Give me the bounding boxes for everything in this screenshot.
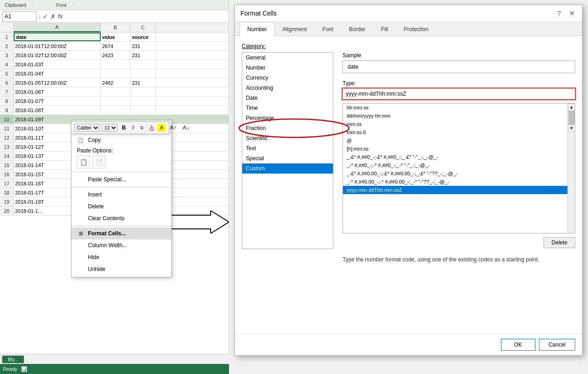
type-item[interactable]: @ bbox=[343, 136, 575, 145]
ctx-insert[interactable]: Insert bbox=[71, 189, 171, 201]
bold-button[interactable]: B bbox=[120, 124, 128, 132]
cat-currency[interactable]: Currency bbox=[242, 73, 333, 83]
checkmark-icon[interactable]: ✓ bbox=[43, 13, 48, 20]
col-header-a[interactable]: A bbox=[14, 23, 101, 32]
scrollbar-thumb[interactable] bbox=[568, 111, 575, 125]
ctx-paste-special[interactable]: Paste Special... bbox=[71, 173, 171, 185]
tab-protection[interactable]: Protection bbox=[396, 22, 436, 36]
cat-scientific[interactable]: Scientific bbox=[242, 133, 333, 143]
mini-size-select[interactable]: 11 bbox=[102, 124, 118, 132]
scrollbar-down-button[interactable]: ▼ bbox=[568, 125, 575, 132]
tab-fill[interactable]: Fill bbox=[373, 22, 396, 36]
sheet-tab[interactable]: My... bbox=[2, 355, 24, 363]
ctx-clear-contents[interactable]: Clear Contents bbox=[71, 212, 171, 224]
ctx-delete[interactable]: Delete bbox=[71, 201, 171, 212]
paste-btn-2[interactable]: 📄 bbox=[93, 156, 105, 168]
table-row[interactable]: 7 2018-01-06T bbox=[0, 87, 229, 97]
ctx-unhide[interactable]: Unhide bbox=[71, 263, 171, 275]
table-row[interactable]: 5 2018-01-04T bbox=[0, 69, 229, 78]
ok-button[interactable]: OK bbox=[501, 339, 535, 351]
italic-button[interactable]: I bbox=[130, 124, 136, 132]
align-button[interactable]: ≡ bbox=[138, 124, 146, 132]
type-item[interactable]: _-* #,##0_-;-* #,##0_-;_-* "-"_-;_-@_- bbox=[343, 161, 575, 169]
ctx-format-cells[interactable]: ⊞ Format Cells... bbox=[71, 228, 171, 239]
category-list[interactable]: General Number Currency Accounting Date … bbox=[242, 52, 333, 249]
paste-btn-1[interactable]: 📋 bbox=[77, 156, 90, 168]
cell-b3[interactable]: 2423 bbox=[101, 51, 131, 60]
cell-b2[interactable]: 2674 bbox=[101, 42, 131, 50]
cell-b1[interactable]: value bbox=[101, 33, 131, 41]
cat-special[interactable]: Special bbox=[242, 153, 333, 163]
cat-time[interactable]: Time bbox=[242, 103, 333, 113]
cell-c7[interactable] bbox=[131, 87, 156, 96]
cell-b6[interactable]: 2482 bbox=[101, 78, 131, 87]
cell-a6[interactable]: 2018-01-05T12:00:00Z bbox=[14, 78, 101, 87]
type-item[interactable]: dd/mm/yyyy hh:mm bbox=[343, 112, 575, 120]
scrollbar-up-button[interactable]: ▲ bbox=[568, 103, 575, 111]
cancel-formula-icon[interactable]: ✗ bbox=[50, 13, 56, 20]
cell-b7[interactable] bbox=[101, 87, 131, 96]
cell-c3[interactable]: 231 bbox=[131, 51, 156, 60]
type-scrollbar[interactable]: ▲ ▼ bbox=[567, 103, 575, 233]
name-box[interactable] bbox=[2, 11, 37, 22]
type-item-selected[interactable]: yyyy-mm-ddThh:mm:ssZ bbox=[343, 186, 575, 194]
cell-a7[interactable]: 2018-01-06T bbox=[14, 87, 101, 96]
delete-button[interactable]: Delete bbox=[544, 237, 575, 248]
type-item[interactable]: _-£* #,##0_-;-£* #,##0_-;_-£* "-"_-;_-@_… bbox=[343, 153, 575, 161]
type-item[interactable]: hh:mm:ss bbox=[343, 103, 575, 112]
cell-a2[interactable]: 2018-01-01T12:00:00Z bbox=[14, 42, 101, 50]
cell-c4[interactable] bbox=[131, 60, 156, 69]
cell-c5[interactable] bbox=[131, 69, 156, 78]
cat-accounting[interactable]: Accounting bbox=[242, 83, 333, 93]
font-color-button[interactable]: A bbox=[147, 124, 156, 132]
cell-c1[interactable]: source bbox=[131, 33, 156, 41]
cat-custom[interactable]: Custom bbox=[242, 163, 333, 173]
cell-a5[interactable]: 2018-01-04T bbox=[14, 69, 101, 78]
type-item[interactable]: [h]:mm:ss bbox=[343, 145, 575, 153]
table-row[interactable]: 4 2018-01-03T bbox=[0, 60, 229, 69]
ctx-copy[interactable]: 📋 Copy bbox=[71, 134, 171, 146]
type-item[interactable]: mm:ss.0 bbox=[343, 128, 575, 136]
increase-font-button[interactable]: A↑ bbox=[168, 124, 179, 132]
type-item[interactable]: _-* #,##0.00_-;-* #,##0.00_-;_-* "-"??_-… bbox=[343, 178, 575, 186]
table-row[interactable]: 6 2018-01-05T12:00:00Z 2482 231 bbox=[0, 78, 229, 87]
ctx-hide[interactable]: Hide bbox=[71, 251, 171, 263]
table-row[interactable]: 1 date value source bbox=[0, 33, 229, 42]
type-input[interactable] bbox=[343, 88, 575, 99]
table-row[interactable]: 3 2018-01-02T12:00:00Z 2423 231 bbox=[0, 51, 229, 60]
tab-number[interactable]: Number bbox=[240, 22, 275, 36]
cell-c9[interactable] bbox=[131, 106, 156, 114]
tab-font[interactable]: Font bbox=[315, 22, 341, 36]
cell-b4[interactable] bbox=[101, 60, 131, 69]
cell-a9[interactable]: 2018-01-08T bbox=[14, 106, 101, 114]
col-header-c[interactable]: C bbox=[131, 23, 156, 32]
table-row[interactable]: 8 2018-01-07T bbox=[0, 97, 229, 106]
cancel-button[interactable]: Cancel bbox=[539, 339, 575, 351]
cell-b9[interactable] bbox=[101, 106, 131, 114]
highlight-button[interactable]: A bbox=[158, 124, 166, 132]
cell-b8[interactable] bbox=[101, 97, 131, 105]
dialog-close-button[interactable]: ✕ bbox=[567, 9, 577, 18]
cell-a3[interactable]: 2018-01-02T12:00:00Z bbox=[14, 51, 101, 60]
cell-c2[interactable]: 231 bbox=[131, 42, 156, 50]
cat-date[interactable]: Date bbox=[242, 93, 333, 103]
type-item[interactable]: _-£* #,##0.00_-;-£* #,##0.00_-;_-£* "-"?… bbox=[343, 169, 575, 178]
tab-border[interactable]: Border bbox=[341, 22, 373, 36]
cell-a8[interactable]: 2018-01-07T bbox=[14, 97, 101, 105]
table-row[interactable]: 9 2018-01-08T bbox=[0, 106, 229, 115]
cat-general[interactable]: General bbox=[242, 53, 333, 63]
cat-number[interactable]: Number bbox=[242, 63, 333, 73]
dialog-help-button[interactable]: ? bbox=[555, 9, 564, 18]
cell-c6[interactable]: 231 bbox=[131, 78, 156, 87]
cat-fraction[interactable]: Fraction bbox=[242, 123, 333, 133]
type-list[interactable]: hh:mm:ss dd/mm/yyyy hh:mm mm:ss mm:ss.0 … bbox=[343, 103, 575, 233]
cell-b5[interactable] bbox=[101, 69, 131, 78]
ctx-column-width[interactable]: Column Width... bbox=[71, 239, 171, 251]
cat-text[interactable]: Text bbox=[242, 143, 333, 153]
cell-a1[interactable]: date bbox=[14, 33, 101, 41]
cell-c8[interactable] bbox=[131, 97, 156, 105]
type-item[interactable]: mm:ss bbox=[343, 120, 575, 128]
cell-a4[interactable]: 2018-01-03T bbox=[14, 60, 101, 69]
cat-percentage[interactable]: Percentage bbox=[242, 113, 333, 123]
col-header-b[interactable]: B bbox=[101, 23, 131, 32]
